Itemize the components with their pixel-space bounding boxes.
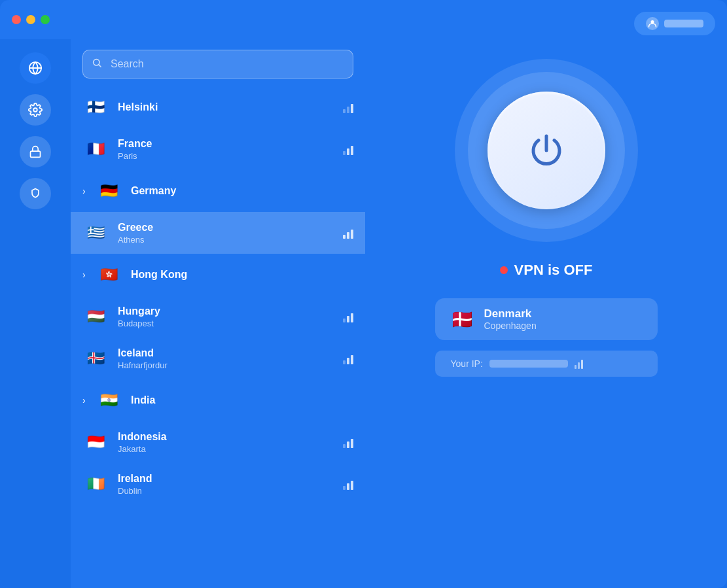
list-item[interactable]: 🇮🇩 Indonesia Jakarta: [71, 421, 365, 463]
power-ring-mid: [468, 72, 625, 229]
finland-signal: [343, 101, 353, 113]
india-info: India: [122, 394, 353, 406]
hungary-city: Budapest: [118, 319, 343, 328]
france-city: Paris: [118, 151, 343, 161]
germany-name: Germany: [131, 185, 353, 197]
ireland-signal: [343, 478, 353, 490]
sidebar-item-settings[interactable]: [20, 94, 51, 126]
server-list: 🇫🇮 Helsinki 🇫🇷 France Paris: [71, 84, 365, 588]
ireland-name: Ireland: [118, 473, 343, 485]
power-ring-outer: [455, 59, 638, 242]
expand-arrow-icon: ›: [82, 395, 86, 406]
iceland-city: Hafnarfjordur: [118, 360, 343, 370]
list-item[interactable]: 🇬🇷 Greece Athens: [71, 212, 365, 254]
france-flag: 🇫🇷: [82, 136, 109, 162]
list-item[interactable]: 🇮🇪 Ireland Dublin: [71, 463, 365, 505]
indonesia-name: Indonesia: [118, 431, 343, 443]
ireland-info: Ireland Dublin: [109, 473, 343, 496]
ireland-flag: 🇮🇪: [82, 471, 109, 497]
indonesia-city: Jakarta: [118, 444, 343, 454]
hongkong-info: Hong Kong: [122, 269, 353, 281]
expand-arrow-icon: ›: [82, 269, 86, 280]
status-dot: [500, 266, 508, 274]
hungary-info: Hungary Budapest: [109, 305, 343, 328]
maximize-button[interactable]: [41, 15, 50, 24]
app-window: 🇫🇮 Helsinki 🇫🇷 France Paris: [0, 0, 727, 588]
germany-info: Germany: [122, 185, 353, 197]
hungary-flag: 🇭🇺: [82, 303, 109, 330]
hungary-signal: [343, 311, 353, 322]
ip-bar: Your IP:: [435, 351, 658, 377]
list-item[interactable]: 🇫🇷 France Paris: [71, 128, 365, 170]
finland-name: Helsinki: [118, 101, 343, 113]
selected-server-card[interactable]: 🇩🇰 Denmark Copenhagen: [435, 298, 658, 340]
sidebar-item-security[interactable]: [20, 136, 51, 167]
selected-city-name: Copenhagen: [484, 320, 537, 331]
sidebar-item-adblock[interactable]: [20, 178, 51, 209]
close-button[interactable]: [12, 15, 21, 24]
list-item[interactable]: 🇮🇸 Iceland Hafnarfjordur: [71, 337, 365, 379]
greece-city: Athens: [118, 235, 343, 245]
list-item[interactable]: › 🇮🇳 India: [71, 379, 365, 421]
finland-flag: 🇫🇮: [82, 94, 109, 120]
vpn-status-text: VPN is OFF: [514, 262, 593, 279]
search-input[interactable]: [82, 50, 353, 78]
traffic-lights: [12, 15, 50, 24]
ip-label: Your IP:: [451, 358, 483, 369]
indonesia-signal: [343, 436, 353, 448]
greece-flag: 🇬🇷: [82, 220, 109, 246]
search-wrapper: [82, 50, 353, 78]
main-area: VPN is OFF 🇩🇰 Denmark Copenhagen Your IP…: [365, 39, 727, 588]
india-name: India: [131, 394, 353, 406]
germany-flag: 🇩🇪: [96, 178, 122, 204]
expand-arrow-icon: ›: [82, 186, 86, 196]
france-signal: [343, 143, 353, 155]
list-item[interactable]: 🇫🇮 Helsinki: [71, 86, 365, 128]
selected-country-flag: 🇩🇰: [451, 309, 474, 330]
finland-info: Helsinki: [109, 101, 343, 113]
indonesia-flag: 🇮🇩: [82, 429, 109, 455]
search-container: [71, 39, 365, 84]
svg-rect-4: [31, 151, 41, 157]
france-name: France: [118, 138, 343, 150]
server-panel: 🇫🇮 Helsinki 🇫🇷 France Paris: [71, 39, 365, 588]
ip-address-blur: [489, 360, 568, 368]
list-item[interactable]: 🇭🇺 Hungary Budapest: [71, 296, 365, 337]
greece-signal: [343, 227, 353, 239]
iceland-signal: [343, 353, 353, 364]
hongkong-flag: 🇭🇰: [96, 262, 122, 288]
greece-info: Greece Athens: [109, 222, 343, 245]
vpn-status: VPN is OFF: [500, 262, 593, 279]
svg-point-3: [33, 108, 37, 112]
list-item[interactable]: › 🇭🇰 Hong Kong: [71, 254, 365, 296]
india-flag: 🇮🇳: [96, 387, 122, 413]
iceland-flag: 🇮🇸: [82, 345, 109, 372]
ireland-city: Dublin: [118, 486, 343, 496]
sidebar-item-servers[interactable]: [20, 52, 51, 84]
iceland-info: Iceland Hafnarfjordur: [109, 347, 343, 370]
hungary-name: Hungary: [118, 305, 343, 317]
minimize-button[interactable]: [26, 15, 35, 24]
indonesia-info: Indonesia Jakarta: [109, 431, 343, 454]
iceland-name: Iceland: [118, 347, 343, 359]
power-button[interactable]: [488, 92, 605, 209]
titlebar: [0, 0, 727, 39]
ip-signal-icon: [575, 358, 583, 369]
list-item[interactable]: › 🇩🇪 Germany: [71, 170, 365, 212]
selected-country-name: Denmark: [484, 307, 537, 320]
sidebar: [0, 39, 71, 588]
selected-server-info: Denmark Copenhagen: [484, 307, 537, 331]
france-info: France Paris: [109, 138, 343, 161]
hongkong-name: Hong Kong: [131, 269, 353, 281]
greece-name: Greece: [118, 222, 343, 233]
